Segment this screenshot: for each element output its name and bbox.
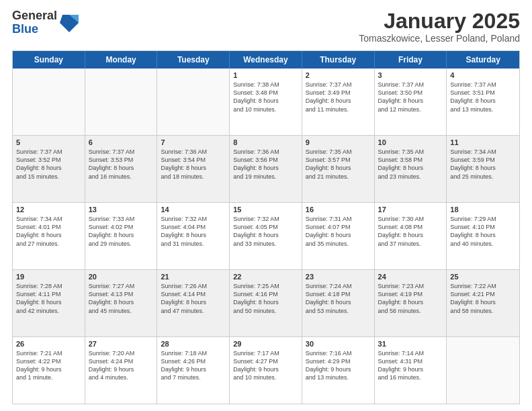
day-number: 25 [450,273,516,281]
day-info: Sunrise: 7:14 AM Sunset: 4:31 PM Dayligh… [378,349,443,382]
day-info: Sunrise: 7:16 AM Sunset: 4:29 PM Dayligh… [306,349,371,382]
day-cell-30: 30Sunrise: 7:16 AM Sunset: 4:29 PM Dayli… [302,337,375,404]
calendar-week-5: 26Sunrise: 7:21 AM Sunset: 4:22 PM Dayli… [13,336,519,404]
day-info: Sunrise: 7:30 AM Sunset: 4:08 PM Dayligh… [378,215,443,248]
day-number: 3 [378,71,443,79]
day-cell-13: 13Sunrise: 7:33 AM Sunset: 4:02 PM Dayli… [85,203,158,269]
day-info: Sunrise: 7:32 AM Sunset: 4:04 PM Dayligh… [161,215,226,248]
day-cell-25: 25Sunrise: 7:22 AM Sunset: 4:21 PM Dayli… [447,270,519,336]
day-cell-3: 3Sunrise: 7:37 AM Sunset: 3:50 PM Daylig… [375,68,447,135]
day-header-monday: Monday [85,51,158,68]
day-number: 7 [161,138,226,146]
day-header-thursday: Thursday [302,51,375,68]
day-info: Sunrise: 7:33 AM Sunset: 4:02 PM Dayligh… [89,215,154,248]
day-number: 15 [233,205,298,214]
day-number: 29 [233,340,298,348]
day-info: Sunrise: 7:23 AM Sunset: 4:19 PM Dayligh… [378,282,443,315]
day-cell-21: 21Sunrise: 7:26 AM Sunset: 4:14 PM Dayli… [157,270,230,336]
day-cell-20: 20Sunrise: 7:27 AM Sunset: 4:13 PM Dayli… [85,270,158,336]
day-cell-24: 24Sunrise: 7:23 AM Sunset: 4:19 PM Dayli… [375,270,447,336]
day-number: 23 [306,273,371,281]
day-info: Sunrise: 7:26 AM Sunset: 4:14 PM Dayligh… [161,282,226,315]
day-cell-7: 7Sunrise: 7:36 AM Sunset: 3:54 PM Daylig… [157,136,230,202]
day-number: 18 [450,205,516,214]
logo: General Blue [12,9,79,36]
day-number: 28 [161,340,226,348]
day-number: 19 [16,273,81,281]
page: General Blue January 2025 Tomaszkowice, … [0,0,532,411]
day-cell-31: 31Sunrise: 7:14 AM Sunset: 4:31 PM Dayli… [375,337,447,404]
day-info: Sunrise: 7:37 AM Sunset: 3:52 PM Dayligh… [16,148,81,181]
day-cell-5: 5Sunrise: 7:37 AM Sunset: 3:52 PM Daylig… [13,136,85,202]
calendar-week-1: 1Sunrise: 7:38 AM Sunset: 3:48 PM Daylig… [13,68,519,135]
day-number: 11 [450,138,516,146]
day-number: 8 [233,138,298,146]
day-cell-15: 15Sunrise: 7:32 AM Sunset: 4:05 PM Dayli… [230,203,302,269]
day-number: 30 [306,340,371,348]
day-cell-28: 28Sunrise: 7:18 AM Sunset: 4:26 PM Dayli… [157,337,230,404]
day-info: Sunrise: 7:24 AM Sunset: 4:18 PM Dayligh… [306,282,371,315]
calendar-subtitle: Tomaszkowice, Lesser Poland, Poland [359,33,520,44]
day-cell-8: 8Sunrise: 7:36 AM Sunset: 3:56 PM Daylig… [230,136,302,202]
logo-icon [60,12,79,34]
day-info: Sunrise: 7:20 AM Sunset: 4:24 PM Dayligh… [89,349,154,382]
day-cell-17: 17Sunrise: 7:30 AM Sunset: 4:08 PM Dayli… [375,203,447,269]
day-info: Sunrise: 7:37 AM Sunset: 3:50 PM Dayligh… [378,81,443,113]
calendar-week-2: 5Sunrise: 7:37 AM Sunset: 3:52 PM Daylig… [13,135,519,202]
day-info: Sunrise: 7:18 AM Sunset: 4:26 PM Dayligh… [161,349,226,382]
day-number: 14 [161,205,226,214]
day-cell-22: 22Sunrise: 7:25 AM Sunset: 4:16 PM Dayli… [230,270,302,336]
day-number: 31 [378,340,443,348]
day-number: 16 [306,205,371,214]
day-cell-23: 23Sunrise: 7:24 AM Sunset: 4:18 PM Dayli… [302,270,375,336]
day-cell-29: 29Sunrise: 7:17 AM Sunset: 4:27 PM Dayli… [230,337,302,404]
day-number: 17 [378,205,443,214]
day-number: 10 [378,138,443,146]
day-header-sunday: Sunday [13,51,85,68]
day-number: 22 [233,273,298,281]
calendar-title: January 2025 [359,9,520,33]
day-info: Sunrise: 7:36 AM Sunset: 3:54 PM Dayligh… [161,148,226,181]
title-area: January 2025 Tomaszkowice, Lesser Poland… [359,9,520,44]
day-info: Sunrise: 7:37 AM Sunset: 3:49 PM Dayligh… [306,81,371,113]
day-header-saturday: Saturday [447,51,519,68]
day-cell-27: 27Sunrise: 7:20 AM Sunset: 4:24 PM Dayli… [85,337,158,404]
day-number: 2 [306,71,371,79]
logo-text: General Blue [12,9,57,36]
day-info: Sunrise: 7:38 AM Sunset: 3:48 PM Dayligh… [233,81,298,113]
day-number: 24 [378,273,443,281]
day-cell-10: 10Sunrise: 7:35 AM Sunset: 3:58 PM Dayli… [375,136,447,202]
day-number: 13 [89,205,154,214]
day-info: Sunrise: 7:31 AM Sunset: 4:07 PM Dayligh… [306,215,371,248]
empty-cell [447,337,519,404]
day-info: Sunrise: 7:29 AM Sunset: 4:10 PM Dayligh… [450,215,516,248]
day-cell-19: 19Sunrise: 7:28 AM Sunset: 4:11 PM Dayli… [13,270,85,336]
day-number: 9 [306,138,371,146]
day-number: 5 [16,138,81,146]
day-info: Sunrise: 7:25 AM Sunset: 4:16 PM Dayligh… [233,282,298,315]
day-number: 27 [89,340,154,348]
day-cell-11: 11Sunrise: 7:34 AM Sunset: 3:59 PM Dayli… [447,136,519,202]
day-info: Sunrise: 7:35 AM Sunset: 3:58 PM Dayligh… [378,148,443,181]
day-number: 26 [16,340,81,348]
calendar: SundayMondayTuesdayWednesdayThursdayFrid… [12,50,520,404]
day-info: Sunrise: 7:34 AM Sunset: 3:59 PM Dayligh… [450,148,516,181]
day-number: 12 [16,205,81,214]
calendar-week-3: 12Sunrise: 7:34 AM Sunset: 4:01 PM Dayli… [13,202,519,269]
calendar-week-4: 19Sunrise: 7:28 AM Sunset: 4:11 PM Dayli… [13,269,519,336]
calendar-body: 1Sunrise: 7:38 AM Sunset: 3:48 PM Daylig… [13,68,519,404]
day-number: 6 [89,138,154,146]
day-cell-1: 1Sunrise: 7:38 AM Sunset: 3:48 PM Daylig… [230,68,302,135]
day-cell-26: 26Sunrise: 7:21 AM Sunset: 4:22 PM Dayli… [13,337,85,404]
day-cell-12: 12Sunrise: 7:34 AM Sunset: 4:01 PM Dayli… [13,203,85,269]
day-info: Sunrise: 7:37 AM Sunset: 3:53 PM Dayligh… [89,148,154,181]
day-number: 1 [233,71,298,79]
day-cell-16: 16Sunrise: 7:31 AM Sunset: 4:07 PM Dayli… [302,203,375,269]
day-cell-2: 2Sunrise: 7:37 AM Sunset: 3:49 PM Daylig… [302,68,375,135]
day-header-wednesday: Wednesday [230,51,302,68]
day-info: Sunrise: 7:27 AM Sunset: 4:13 PM Dayligh… [89,282,154,315]
day-info: Sunrise: 7:37 AM Sunset: 3:51 PM Dayligh… [450,81,516,113]
empty-cell [85,68,158,135]
day-info: Sunrise: 7:17 AM Sunset: 4:27 PM Dayligh… [233,349,298,382]
empty-cell [157,68,230,135]
